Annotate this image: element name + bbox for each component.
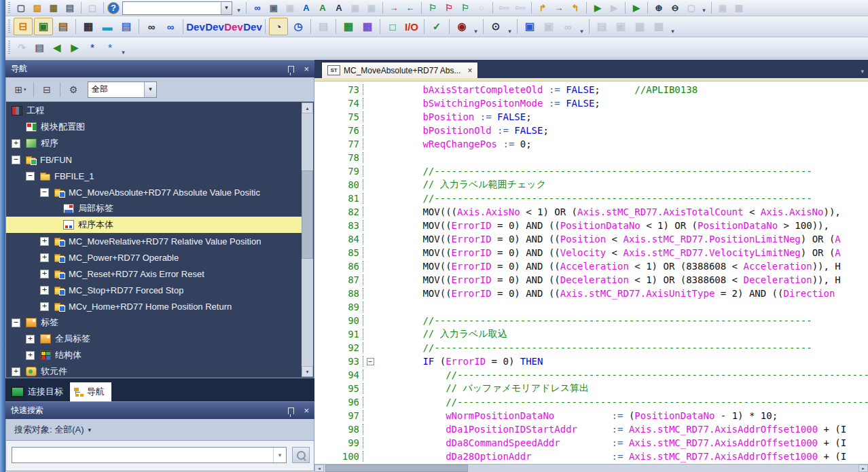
search-prev-icon[interactable]: ◀ [49,40,65,55]
code-line[interactable]: 91 // 入力ラベル取込 [314,327,868,341]
toolbar-overflow-button[interactable]: ▾ [700,0,708,16]
element-selection-icon[interactable]: ▣ [34,18,53,35]
pin-icon[interactable] [288,66,294,73]
undo-icon[interactable]: ← [403,1,418,14]
code-line[interactable]: 76 bPositionOld := FALSE; [314,124,868,137]
save-icon[interactable]: ▦ [46,1,61,14]
tree-item[interactable]: 局部标签 [6,200,302,217]
device-list-icon[interactable]: ∞ [162,18,179,35]
tree-item[interactable]: 模块配置图 [6,119,302,135]
tree-expander-plus-icon[interactable]: + [40,286,49,295]
toolbar-overflow-button[interactable]: ▾ [471,16,480,37]
tab-close-icon[interactable]: × [467,66,472,75]
tree-item[interactable]: +程序 [6,135,302,151]
code-line[interactable]: 94 //-----------------------------------… [314,368,868,382]
code-line[interactable]: 87 MOV((ErrorID = 0) AND ((Deceleration … [314,273,868,287]
close-icon[interactable]: × [304,406,309,415]
dock-tab-inactive[interactable]: 连接目标 [7,382,70,401]
new-file-icon[interactable]: ▢ [14,1,29,14]
print-icon[interactable]: ▤ [62,1,77,14]
code-line[interactable]: 84 MOV((ErrorID = 0) AND ((Position < Ax… [314,232,868,246]
tree-expander-plus-icon[interactable]: + [26,335,35,344]
tree-item[interactable]: −MC_MoveAbsolute+RD77 Absolute Value Pos… [6,184,302,200]
toolbar-grip[interactable] [8,2,10,13]
code-line[interactable]: 97 wNormPositionDataNo := (PositionDataN… [314,409,868,422]
search-scope-bar[interactable]: 搜索对象: 全部(A) ▾ [5,419,314,441]
window-search-icon[interactable]: ▣ [521,18,539,35]
help-icon[interactable]: ? [107,2,120,14]
code-line[interactable]: 98 dDa1PositionIDStartAddr := Axis.stMC_… [314,422,868,436]
find-next-icon[interactable]: ⚐ [458,1,473,14]
tree-expander-plus-icon[interactable]: + [40,302,49,311]
exec2-icon[interactable]: ▶ [629,1,644,14]
tree-item[interactable]: +MC_Reset+RD77 Axis Error Reset [6,266,302,282]
open-project-icon[interactable]: ▨ [30,1,45,14]
jump-icon[interactable]: → [551,1,566,14]
tree-expander-plus-icon[interactable]: + [12,139,20,148]
toolbar-overflow-button[interactable]: ▾ [119,37,128,58]
toolbar-overflow-button[interactable]: ▾ [577,16,586,37]
parameter-table-icon[interactable]: ▦ [340,18,357,35]
navigation-window-icon[interactable]: ⊟ [14,18,33,35]
scroll-left-icon[interactable]: ◂ [314,465,324,472]
code-line[interactable]: 86 MOV((ErrorID = 0) AND ((Acceleration … [314,259,868,273]
nav-filter-dropdown-icon[interactable]: ▼ [144,82,156,97]
code-line[interactable]: 73 bAxisStartCompleteOld := FALSE; //APL… [314,83,868,96]
code-line[interactable]: 95 // バッファメモリアドレス算出 [314,382,868,395]
tree-expander-plus-icon[interactable]: + [40,270,49,278]
tree-item[interactable]: +MCv_Home+RD77 Home Position Return [6,298,302,314]
toolbar-overflow-button[interactable]: ▾ [234,0,243,16]
check-program-icon[interactable]: ✓ [428,18,446,35]
tree-item[interactable]: +MC_Stop+RD77 Forced Stop [6,282,302,298]
edit-box-icon[interactable]: □ [384,18,401,35]
code-line[interactable]: 85 MOV((ErrorID = 0) AND ((Velocity < Ax… [314,246,868,259]
label-list-icon[interactable]: ▤ [117,18,135,35]
code-line[interactable]: 80 // 入力ラベル範囲チェック [314,178,868,192]
tree-item[interactable]: −FB/FUN [6,151,302,168]
nav-filter-combo[interactable]: 全部 ▼ [88,81,157,98]
code-line[interactable]: 96 //-----------------------------------… [314,395,868,409]
code-line[interactable]: 78 [314,151,868,164]
editor-hscrollbar-thumb[interactable] [325,465,468,472]
zoom-in-icon[interactable]: ⊕ [651,1,666,14]
tree-item[interactable]: −标签 [6,314,302,331]
code-line[interactable]: 82 MOV(((Axis.AxisNo < 1) OR (Axis.stMC_… [314,205,868,219]
tree-expander-plus-icon[interactable]: + [12,367,20,376]
search-button[interactable] [292,447,310,463]
insert-col-icon[interactable]: * [102,40,118,55]
find-label-dark-icon[interactable]: A [331,1,346,14]
tree-item[interactable]: +MC_Power+RD77 Operable [6,249,302,266]
tree-item[interactable]: +MC_MoveRelative+RD77 Relative Value Pos… [6,233,302,249]
watch-monitor-icon[interactable]: ◔ [269,18,288,35]
tree-scrollbar-thumb[interactable] [302,170,313,259]
io-assignment-icon[interactable]: I/O [403,18,420,35]
tree-expander-plus-icon[interactable]: + [26,351,35,360]
tree-expander-minus-icon[interactable]: − [12,156,20,164]
code-line[interactable]: 89 [314,300,868,314]
find-flag-green-icon[interactable]: ⚐ [425,1,440,14]
toolbar-combo[interactable]: ▼ [122,1,232,15]
tree-item[interactable]: +结构体 [6,347,302,363]
scroll-up-icon[interactable]: ▴ [302,103,313,113]
clipboard-icon[interactable]: ▤ [54,18,72,35]
code-line[interactable]: 77 wReqChangePos := 0; [314,137,868,151]
code-line[interactable]: 93− IF (ErrorID = 0) THEN [314,355,868,368]
device-entry-icon[interactable]: Dev [187,18,204,35]
tree-scrollbar[interactable]: ▴ ▾ [302,103,313,377]
tree-item[interactable]: +全局标签 [6,331,302,347]
code-line[interactable]: 83 MOV((ErrorID = 0) AND ((PositionDataN… [314,219,868,232]
code-line[interactable]: 75 bPosition := FALSE; [314,110,868,124]
tree-item[interactable]: 程序本体 [6,217,302,233]
redo-icon[interactable]: → [386,1,401,14]
cross-reference-icon[interactable]: ∞ [143,18,160,35]
code-line[interactable]: 88 MOV((ErrorID = 0) AND ((Axis.stMC_RD7… [314,287,868,300]
find-label-icon[interactable]: A [299,1,314,14]
device-batch-icon[interactable]: Dev [244,18,261,35]
toolbar-grip[interactable] [8,20,10,34]
tree-item[interactable]: 工程 [6,103,302,119]
find-flag-red-icon[interactable]: ⚐ [441,1,456,14]
dock-tab-active[interactable]: 导航 [70,382,111,401]
tree-expander-minus-icon[interactable]: − [40,188,49,197]
code-line[interactable]: 90 //-----------------------------------… [314,314,868,327]
device-search-icon[interactable]: ⊙ [487,18,505,35]
